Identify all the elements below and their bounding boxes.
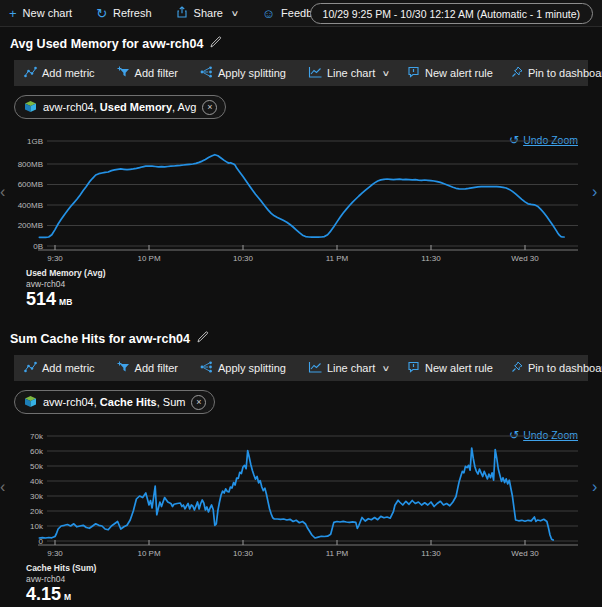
chart2-pan-right-icon[interactable]: › bbox=[592, 479, 597, 495]
chart1-legend: Used Memory (Avg) avw-rch04 514 MB bbox=[14, 268, 106, 308]
time-range-picker[interactable]: 10/29 9:25 PM - 10/30 12:12 AM (Automati… bbox=[310, 3, 593, 24]
line-chart-icon bbox=[308, 66, 322, 80]
legend-resource-label: avw-rch04 bbox=[26, 574, 96, 585]
apply-splitting-label: Apply splitting bbox=[218, 67, 286, 79]
share-menu-button[interactable]: Share ∨ bbox=[176, 6, 238, 20]
pill-resource: avw-rch04, bbox=[43, 101, 100, 113]
pill-text: avw-rch04, Cache Hits, Sum bbox=[43, 396, 185, 408]
svg-text:10:30: 10:30 bbox=[233, 549, 254, 558]
pin-to-dashboard-label: Pin to dashboard bbox=[528, 362, 602, 374]
svg-text:9:30: 9:30 bbox=[47, 549, 63, 558]
refresh-icon: ↻ bbox=[96, 7, 107, 20]
chart2-pan-left-icon[interactable]: ‹ bbox=[0, 479, 5, 495]
legend-unit: M bbox=[64, 592, 71, 602]
pin-to-dashboard-label: Pin to dashboard bbox=[528, 67, 602, 79]
splitting-icon bbox=[200, 361, 213, 375]
plus-icon: + bbox=[9, 7, 17, 20]
legend-resource-label: avw-rch04 bbox=[26, 279, 106, 290]
add-metric-icon bbox=[24, 66, 37, 80]
pin-to-dashboard-dropdown[interactable]: Pin to dashboard ∨ bbox=[511, 361, 602, 375]
add-filter-button[interactable]: Add filter bbox=[117, 361, 178, 375]
svg-text:11:30: 11:30 bbox=[421, 549, 441, 558]
edit-pencil-icon[interactable] bbox=[197, 331, 209, 346]
pin-icon bbox=[511, 361, 523, 375]
chevron-down-icon: ∨ bbox=[382, 69, 391, 78]
svg-text:10 PM: 10 PM bbox=[137, 549, 160, 558]
legend-value: 4.15 bbox=[26, 585, 61, 603]
svg-text:10 PM: 10 PM bbox=[137, 254, 160, 263]
chart1-pan-left-icon[interactable]: ‹ bbox=[0, 184, 5, 200]
svg-text:Wed 30: Wed 30 bbox=[511, 254, 539, 263]
add-metric-button[interactable]: Add metric bbox=[24, 361, 95, 375]
svg-text:600MB: 600MB bbox=[18, 180, 43, 189]
splitting-icon bbox=[200, 66, 213, 80]
svg-text:Wed 30: Wed 30 bbox=[511, 549, 539, 558]
refresh-button[interactable]: ↻ Refresh bbox=[96, 7, 151, 20]
chart2-metric-pill[interactable]: avw-rch04, Cache Hits, Sum × bbox=[14, 390, 215, 414]
chart-type-dropdown[interactable]: Line chart ∨ bbox=[308, 361, 389, 375]
metrics-explorer: + New chart ↻ Refresh Share ∨ ☺ Feedback… bbox=[0, 0, 602, 607]
new-alert-rule-button[interactable]: New alert rule bbox=[407, 361, 493, 375]
add-metric-icon bbox=[24, 361, 37, 375]
alert-rule-icon bbox=[407, 361, 420, 375]
svg-text:9:30: 9:30 bbox=[47, 254, 63, 263]
svg-text:1GB: 1GB bbox=[27, 137, 43, 146]
svg-text:11 PM: 11 PM bbox=[326, 254, 349, 263]
svg-text:400MB: 400MB bbox=[18, 201, 43, 210]
share-label: Share bbox=[194, 7, 223, 19]
share-icon bbox=[176, 6, 188, 20]
add-metric-button[interactable]: Add metric bbox=[24, 66, 95, 80]
filter-icon bbox=[117, 66, 130, 80]
apply-splitting-label: Apply splitting bbox=[218, 362, 286, 374]
add-filter-label: Add filter bbox=[135, 362, 178, 374]
legend-color-bar bbox=[14, 268, 19, 307]
svg-text:10k: 10k bbox=[30, 522, 44, 531]
add-metric-label: Add metric bbox=[42, 362, 95, 374]
svg-text:50k: 50k bbox=[30, 462, 44, 471]
chart-type-label: Line chart bbox=[327, 67, 375, 79]
chart-type-dropdown[interactable]: Line chart ∨ bbox=[308, 66, 389, 80]
new-alert-rule-label: New alert rule bbox=[425, 67, 493, 79]
chevron-down-icon: ∨ bbox=[230, 9, 239, 18]
resource-cube-icon bbox=[24, 100, 37, 115]
cache-hits-chart-plot[interactable]: 010k20k30k40k50k60k70k9:3010 PM10:3011 P… bbox=[0, 423, 602, 563]
new-alert-rule-button[interactable]: New alert rule bbox=[407, 66, 493, 80]
apply-splitting-button[interactable]: Apply splitting bbox=[200, 66, 286, 80]
chart1-title: Avg Used Memory for avw-rch04 bbox=[10, 36, 222, 51]
legend-color-bar bbox=[14, 563, 19, 602]
svg-text:800MB: 800MB bbox=[18, 160, 43, 169]
pin-to-dashboard-dropdown[interactable]: Pin to dashboard ∨ bbox=[511, 66, 602, 80]
legend-unit: MB bbox=[59, 297, 72, 307]
apply-splitting-button[interactable]: Apply splitting bbox=[200, 361, 286, 375]
edit-pencil-icon[interactable] bbox=[210, 36, 222, 51]
chart1-title-text: Avg Used Memory for avw-rch04 bbox=[10, 37, 203, 51]
svg-text:70k: 70k bbox=[30, 432, 44, 441]
svg-text:40k: 40k bbox=[30, 477, 44, 486]
remove-metric-icon[interactable]: × bbox=[202, 100, 217, 115]
alert-rule-icon bbox=[407, 66, 420, 80]
remove-metric-icon[interactable]: × bbox=[191, 395, 206, 410]
new-chart-button[interactable]: + New chart bbox=[9, 7, 72, 20]
chart1-metric-pill[interactable]: avw-rch04, Used Memory, Avg × bbox=[14, 95, 226, 119]
chart-type-label: Line chart bbox=[327, 362, 375, 374]
legend-value: 514 bbox=[26, 290, 56, 308]
new-alert-rule-label: New alert rule bbox=[425, 362, 493, 374]
pin-icon bbox=[511, 66, 523, 80]
chevron-down-icon: ∨ bbox=[382, 364, 391, 373]
resource-cube-icon bbox=[24, 395, 37, 410]
pill-metric: Cache Hits bbox=[100, 396, 157, 408]
refresh-label: Refresh bbox=[113, 7, 152, 19]
chart1-pan-right-icon[interactable]: › bbox=[592, 184, 597, 200]
filter-icon bbox=[117, 361, 130, 375]
svg-text:11 PM: 11 PM bbox=[326, 549, 349, 558]
add-filter-label: Add filter bbox=[135, 67, 178, 79]
svg-text:10:30: 10:30 bbox=[233, 254, 254, 263]
chart2-toolbar: Add metric Add filter Apply splitting Li… bbox=[14, 355, 588, 381]
memory-chart-plot[interactable]: 0B200MB400MB600MB800MB1GB9:3010 PM10:301… bbox=[0, 128, 602, 268]
new-chart-label: New chart bbox=[23, 7, 73, 19]
add-filter-button[interactable]: Add filter bbox=[117, 66, 178, 80]
svg-text:30k: 30k bbox=[30, 492, 44, 501]
smiley-icon: ☺ bbox=[262, 7, 275, 20]
svg-text:11:30: 11:30 bbox=[421, 254, 441, 263]
pill-metric: Used Memory bbox=[100, 101, 172, 113]
